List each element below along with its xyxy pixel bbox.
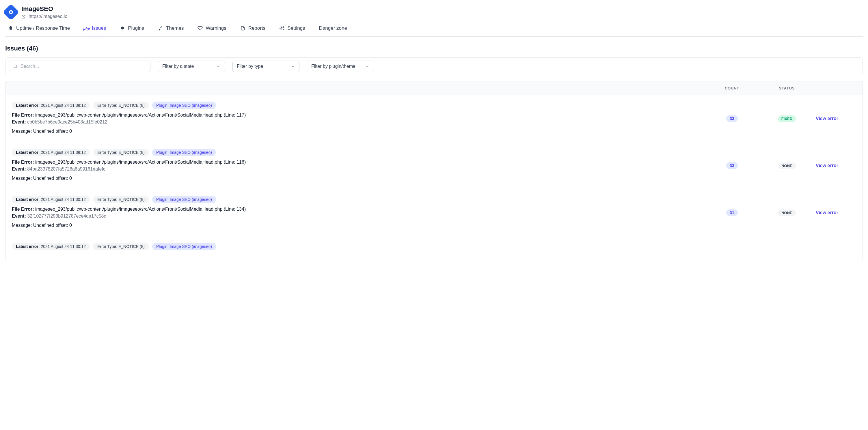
filter-type-select[interactable]: Filter by type: [232, 61, 300, 72]
plug-icon: [120, 26, 125, 31]
file-error: File Error: imageseo_293/public/wp-conte…: [12, 207, 706, 212]
status-header: STATUS: [758, 86, 816, 90]
tab-uptime[interactable]: Uptime / Response Time: [7, 22, 71, 36]
message-line: Message: Undefined offset: 0: [12, 223, 706, 228]
plugin-pill[interactable]: Plugin: Image SEO (imageseo): [152, 243, 216, 250]
count-badge: 31: [726, 209, 738, 216]
svg-line-0: [23, 15, 25, 17]
page-title: Issues (46): [5, 45, 863, 52]
status-badge: NONE: [778, 209, 796, 216]
error-type-pill: Error Type: E_NOTICE (8): [93, 148, 149, 156]
tab-label: Uptime / Response Time: [16, 25, 70, 31]
issue-row: Latest error: 2021 August 24 11:38:12Err…: [5, 142, 863, 189]
error-type-pill: Error Type: E_NOTICE (8): [93, 196, 149, 203]
tab-label: Danger zone: [319, 25, 347, 31]
site-title: ImageSEO: [21, 5, 67, 13]
file-error: File Error: imageseo_293/public/wp-conte…: [12, 160, 706, 165]
sliders-icon: [279, 26, 284, 31]
tab-issues[interactable]: php Issues: [83, 22, 107, 36]
tab-label: Plugins: [128, 25, 144, 31]
search-input-wrap[interactable]: [9, 61, 150, 72]
chevron-down-icon: [290, 64, 295, 69]
brush-icon: [158, 26, 163, 31]
message-line: Message: Undefined offset: 0: [12, 129, 706, 134]
table-header: COUNT STATUS: [5, 81, 863, 95]
view-error-link[interactable]: View error: [816, 210, 838, 215]
tab-label: Themes: [166, 25, 184, 31]
count-header: COUNT: [706, 86, 758, 90]
latest-error-pill: Latest error: 2021 August 24 11:38:12: [12, 148, 90, 156]
select-label: Filter by a state: [162, 64, 194, 69]
tab-label: Warnings: [206, 25, 226, 31]
latest-error-pill: Latest error: 2021 August 24 11:30:12: [12, 196, 90, 203]
nav-tabs: Uptime / Response Time php Issues Plugin…: [5, 22, 863, 37]
rocket-icon: [8, 26, 13, 31]
page-header: ImageSEO https://imageseo.io: [5, 5, 863, 19]
php-icon: php: [84, 26, 89, 31]
count-badge: 33: [726, 115, 738, 122]
plugin-pill[interactable]: Plugin: Image SEO (imageseo): [152, 102, 216, 109]
count-badge: 33: [726, 162, 738, 169]
error-type-pill: Error Type: E_NOTICE (8): [93, 243, 149, 250]
tab-label: Reports: [248, 25, 266, 31]
message-line: Message: Undefined offset: 0: [12, 176, 706, 181]
search-icon: [13, 64, 18, 69]
status-badge: FIXED: [778, 115, 796, 122]
latest-error-pill: Latest error: 2021 August 24 11:30:12: [12, 243, 90, 250]
chevron-down-icon: [365, 64, 370, 69]
tab-label: Settings: [287, 25, 305, 31]
latest-error-pill: Latest error: 2021 August 24 11:38:12: [12, 102, 90, 109]
file-error: File Error: imageseo_293/public/wp-conte…: [12, 112, 706, 118]
event-line: Event: 32f102777f293b912787ece4da17c58d: [12, 213, 706, 219]
tab-label: Issues: [92, 25, 106, 31]
view-error-link[interactable]: View error: [816, 116, 838, 121]
search-input[interactable]: [21, 64, 146, 69]
event-line: Event: cb0b5be7b6ce0ace25b408ad15fe0212: [12, 120, 706, 125]
tab-reports[interactable]: Reports: [239, 22, 267, 36]
tab-warnings[interactable]: Warnings: [196, 22, 227, 36]
tab-plugins[interactable]: Plugins: [119, 22, 145, 36]
event-line: Event: 84ba23378207fa5726a6a99161eafefc: [12, 167, 706, 172]
svg-point-10: [14, 65, 17, 68]
chevron-down-icon: [216, 64, 221, 69]
tab-themes[interactable]: Themes: [157, 22, 185, 36]
heart-icon: [197, 26, 203, 31]
svg-line-11: [16, 67, 17, 68]
filter-plugin-select[interactable]: Filter by plugin/theme: [307, 61, 374, 72]
filters-bar: Filter by a state Filter by type Filter …: [5, 58, 863, 75]
status-badge: NONE: [778, 163, 796, 169]
document-icon: [240, 26, 245, 31]
tab-danger-zone[interactable]: Danger zone: [318, 22, 348, 36]
issue-row: Latest error: 2021 August 24 11:38:12Err…: [5, 95, 863, 142]
tab-settings[interactable]: Settings: [278, 22, 306, 36]
plugin-pill[interactable]: Plugin: Image SEO (imageseo): [152, 196, 216, 203]
site-url[interactable]: https://imageseo.io: [29, 14, 67, 19]
issue-row: Latest error: 2021 August 24 11:30:12Err…: [5, 189, 863, 236]
plugin-pill[interactable]: Plugin: Image SEO (imageseo): [152, 148, 216, 156]
issue-row: Latest error: 2021 August 24 11:30:12Err…: [5, 236, 863, 260]
select-label: Filter by plugin/theme: [311, 64, 355, 69]
view-error-link[interactable]: View error: [816, 163, 838, 168]
select-label: Filter by type: [237, 64, 264, 69]
error-type-pill: Error Type: E_NOTICE (8): [93, 102, 149, 109]
filter-state-select[interactable]: Filter by a state: [158, 61, 225, 72]
external-link-icon: [21, 14, 26, 19]
app-logo: [3, 4, 19, 21]
